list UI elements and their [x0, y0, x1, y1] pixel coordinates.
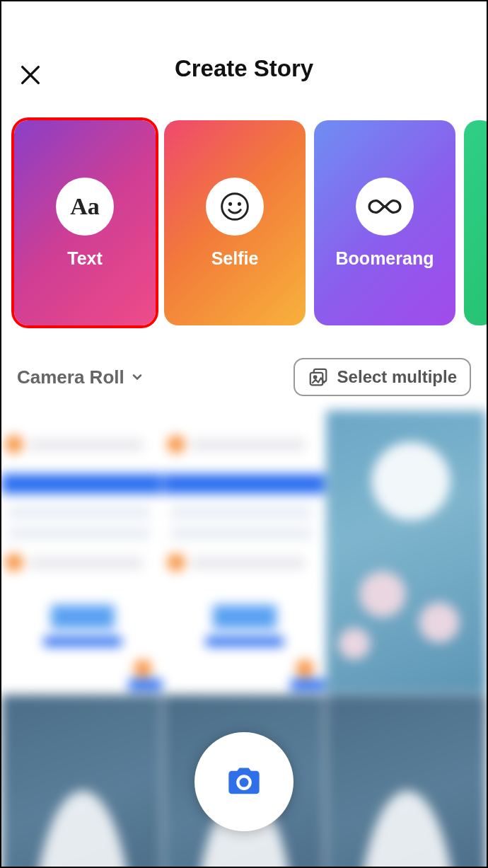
mode-card-selfie[interactable]: Selfie: [164, 120, 306, 325]
album-label: Camera Roll: [17, 366, 124, 388]
smile-icon: [206, 178, 264, 236]
story-mode-carousel[interactable]: Aa Text Selfie Boomerang: [1, 108, 487, 330]
svg-point-4: [238, 203, 240, 204]
gallery-thumbnail[interactable]: [163, 410, 324, 693]
svg-point-7: [313, 376, 316, 378]
select-multiple-label: Select multiple: [337, 367, 457, 387]
header: Create Story: [1, 1, 487, 108]
mode-label: Boomerang: [336, 248, 434, 269]
infinity-icon: [356, 178, 414, 236]
select-multiple-button[interactable]: Select multiple: [294, 358, 471, 396]
svg-point-3: [229, 203, 231, 204]
chevron-down-icon: [130, 370, 144, 384]
gallery-icon: [308, 366, 329, 388]
gallery-thumbnail[interactable]: [1, 410, 162, 693]
mode-card-text[interactable]: Aa Text: [14, 120, 156, 325]
mode-label: Text: [67, 248, 103, 269]
camera-icon: [226, 763, 262, 800]
gallery-thumbnail[interactable]: [326, 695, 487, 868]
mode-card-boomerang[interactable]: Boomerang: [314, 120, 455, 325]
close-button[interactable]: [17, 62, 44, 88]
mode-label: Selfie: [211, 248, 259, 269]
svg-point-8: [252, 774, 255, 777]
text-icon: Aa: [56, 178, 114, 236]
close-icon: [18, 63, 42, 87]
gallery-thumbnail[interactable]: [326, 410, 487, 693]
gallery-thumbnail[interactable]: [1, 695, 162, 868]
album-picker[interactable]: Camera Roll: [17, 366, 144, 388]
svg-point-2: [222, 193, 248, 219]
camera-button[interactable]: [194, 732, 294, 831]
gallery-toolbar: Camera Roll Select multiple: [1, 330, 487, 410]
mode-card-next[interactable]: [464, 120, 488, 325]
page-title: Create Story: [14, 55, 474, 82]
